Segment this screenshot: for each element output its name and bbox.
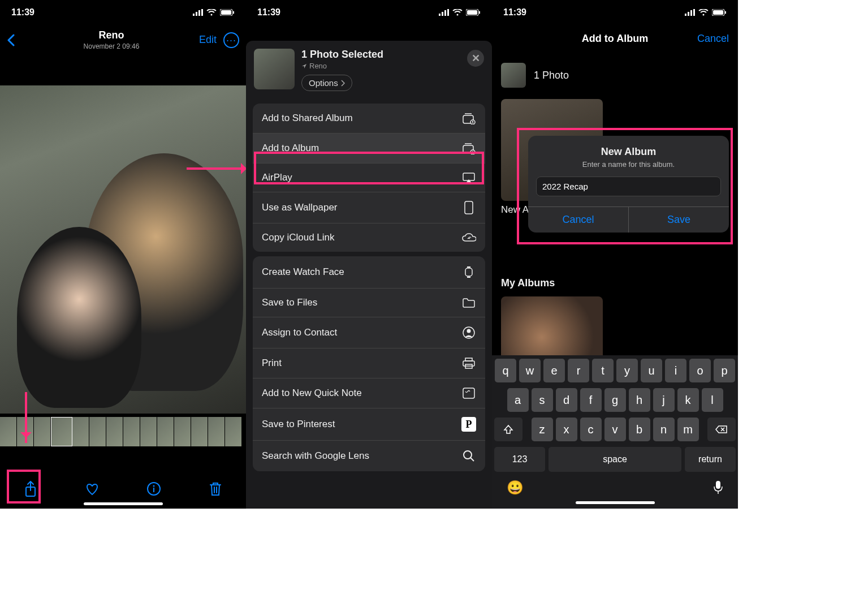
row-watch-face[interactable]: Create Watch Face [253,256,485,289]
svg-rect-1 [196,12,197,16]
status-bar: 11:39 [246,0,492,25]
key-r[interactable]: r [568,359,589,382]
quicknote-icon [461,387,476,399]
selected-photo-thumb[interactable] [501,63,526,88]
row-pinterest[interactable]: Save to Pinterest P [253,408,485,441]
key-c[interactable]: c [580,418,602,441]
annotation-arrow-down [25,392,27,443]
thumb-item[interactable] [72,417,89,446]
key-j[interactable]: j [653,388,675,412]
thumb-item[interactable] [140,417,157,446]
thumb-item[interactable] [89,417,106,446]
signal-icon [685,9,695,16]
photo-location-title: Reno [24,29,199,41]
svg-point-34 [464,451,472,459]
thumb-item[interactable] [225,417,242,446]
thumb-item[interactable] [157,417,174,446]
dictation-button[interactable] [713,480,723,496]
key-n[interactable]: n [653,418,675,441]
row-icloud-link[interactable]: Copy iCloud Link [253,223,485,252]
return-key[interactable]: return [685,447,736,472]
thumb-item[interactable] [51,417,72,446]
space-key[interactable]: space [549,447,681,472]
row-assign-contact[interactable]: Assign to Contact [253,317,485,348]
share-sheet-header: 1 Photo Selected Reno Options ✕ [246,41,492,99]
key-b[interactable]: b [629,418,650,441]
row-print[interactable]: Print [253,348,485,378]
row-add-shared-album[interactable]: Add to Shared Album [253,104,485,134]
thumb-item[interactable] [34,417,51,446]
thumb-item[interactable] [106,417,123,446]
row-airplay[interactable]: AirPlay [253,163,485,192]
key-u[interactable]: u [641,359,662,382]
key-y[interactable]: y [616,359,638,382]
alert-save-button[interactable]: Save [629,207,729,233]
thumb-item[interactable] [123,417,140,446]
key-f[interactable]: f [580,388,602,412]
key-x[interactable]: x [556,418,577,441]
thumb-item[interactable] [191,417,208,446]
svg-point-16 [457,14,459,16]
thumbnail-strip[interactable] [0,417,246,446]
nav-cancel-button[interactable]: Cancel [697,33,729,45]
panel-photo-view: 11:39 Reno November 2 09:46 Edit ··· [0,0,246,509]
info-button[interactable] [146,481,161,496]
share-photo-thumb[interactable] [254,49,295,89]
alert-title: New Album [537,146,720,158]
key-q[interactable]: q [495,359,516,382]
key-w[interactable]: w [519,359,541,382]
key-k[interactable]: k [677,388,699,412]
key-v[interactable]: v [604,418,626,441]
row-google-lens[interactable]: Search with Google Lens [253,441,485,471]
options-button[interactable]: Options [301,75,352,91]
row-save-files[interactable]: Save to Files [253,289,485,317]
row-quick-note[interactable]: Add to New Quick Note [253,378,485,408]
share-title: 1 Photo Selected [301,49,460,61]
share-icon [24,480,37,497]
battery-icon [220,9,235,16]
icloud-link-icon [461,232,476,243]
main-photo[interactable] [0,85,246,414]
close-button[interactable]: ✕ [467,50,484,67]
album-name-input[interactable] [536,177,721,196]
shift-icon [503,424,513,434]
key-o[interactable]: o [689,359,711,382]
more-button[interactable]: ··· [223,32,239,48]
svg-rect-13 [442,12,443,16]
photo-title-block: Reno November 2 09:46 [24,29,199,50]
back-button[interactable] [7,34,24,46]
svg-point-29 [467,329,471,333]
emoji-button[interactable]: 😀 [507,480,524,496]
alert-cancel-button[interactable]: Cancel [528,207,629,233]
key-d[interactable]: d [556,388,577,412]
key-h[interactable]: h [629,388,650,412]
key-z[interactable]: z [532,418,553,441]
share-button[interactable] [24,480,37,497]
key-g[interactable]: g [604,388,626,412]
chevron-left-icon [7,34,15,46]
key-l[interactable]: l [702,388,723,412]
key-t[interactable]: t [592,359,614,382]
row-add-album[interactable]: Add to Album [253,134,485,163]
key-e[interactable]: e [543,359,565,382]
key-m[interactable]: m [677,418,699,441]
share-location: Reno [301,62,460,70]
backspace-icon [715,425,728,434]
key-i[interactable]: i [665,359,686,382]
thumb-item[interactable] [0,417,17,446]
backspace-key[interactable] [707,418,736,441]
favorite-button[interactable] [85,482,100,496]
key-s[interactable]: s [532,388,553,412]
folder-icon [461,297,476,308]
numbers-key[interactable]: 123 [494,447,545,472]
row-wallpaper[interactable]: Use as Wallpaper [253,192,485,223]
key-p[interactable]: p [714,359,735,382]
thumb-item[interactable] [208,417,225,446]
shift-key[interactable] [494,418,522,441]
delete-button[interactable] [209,481,222,496]
info-icon [146,481,161,496]
thumb-item[interactable] [174,417,191,446]
key-a[interactable]: a [507,388,529,412]
svg-rect-36 [688,12,689,16]
edit-button[interactable]: Edit [199,34,217,46]
